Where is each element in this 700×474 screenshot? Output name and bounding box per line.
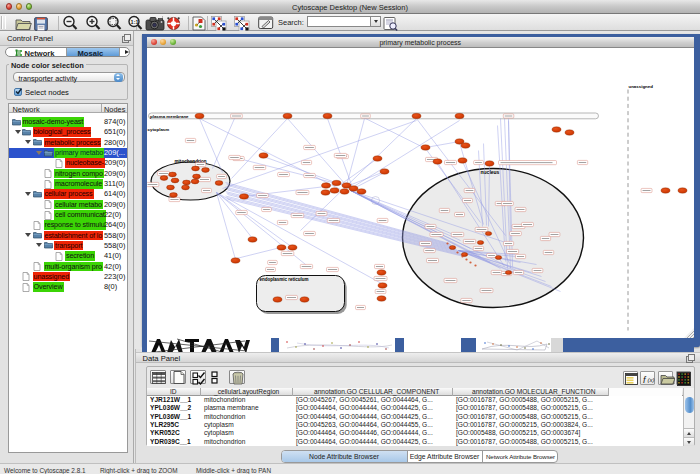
svg-text:plasma membrane: plasma membrane (150, 114, 189, 119)
svg-text:nucleus: nucleus (480, 169, 499, 175)
svg-text:unassigned: unassigned (628, 84, 653, 89)
svg-text:f: f (643, 374, 647, 384)
svg-text:cytoplasm: cytoplasm (147, 127, 169, 132)
svg-text:endoplasmic reticulum: endoplasmic reticulum (259, 277, 308, 282)
svg-text:1:1: 1:1 (131, 19, 139, 25)
svg-text:(x): (x) (648, 377, 655, 383)
